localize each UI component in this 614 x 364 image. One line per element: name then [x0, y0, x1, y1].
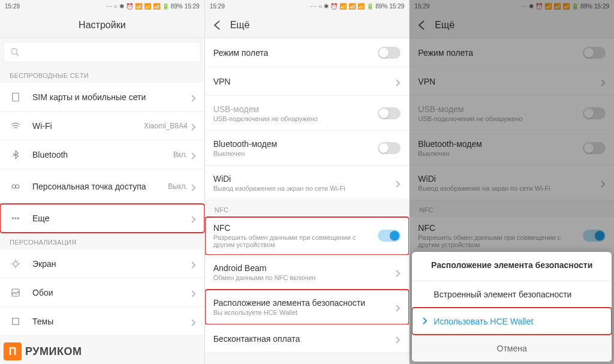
search-icon: [10, 47, 20, 57]
chevron-right-icon: [191, 151, 196, 158]
row-label: Экран: [32, 259, 191, 269]
sim-icon: [8, 92, 23, 103]
svg-point-8: [13, 261, 18, 266]
svg-point-0: [11, 49, 17, 54]
row-themes[interactable]: Темы: [0, 307, 204, 336]
status-icons: ⋯○✱⏰📶📶📶 🔋89%15:29: [106, 3, 200, 10]
hotspot-icon: [8, 181, 23, 192]
page-title: Настройки: [79, 20, 125, 31]
option-label: Встроенный элемент безопасности: [434, 290, 571, 299]
toggle[interactable]: [378, 230, 401, 242]
pane-more-dialog: 15:29 ⋯✱⏰📶📶📶 🔋89%15:29 Ещё Режим полета …: [410, 0, 614, 364]
chevron-right-icon: [396, 303, 401, 311]
search-input[interactable]: [4, 42, 201, 62]
wallpaper-icon: [8, 287, 23, 298]
row-label: WiDi: [213, 174, 396, 183]
status-time: 15:29: [5, 3, 20, 10]
page-title: Ещё: [230, 20, 250, 31]
wifi-icon: [8, 121, 23, 131]
status-bar: 15:29 ⋯○✱⏰📶📶📶 🔋89%15:29: [205, 0, 410, 12]
back-button[interactable]: [212, 20, 223, 31]
row-wifi[interactable]: Wi-Fi Xiaomi_B8A4: [0, 112, 204, 140]
toggle: [378, 107, 401, 119]
row-label: Режим полета: [213, 48, 378, 58]
bottom-sheet: Расположение элемента безопасности Встро…: [412, 252, 612, 362]
row-sub: USB-подключения не обнаружено: [213, 115, 378, 122]
row-vpn[interactable]: VPN: [205, 67, 410, 96]
chevron-right-icon: [191, 289, 196, 296]
cancel-button[interactable]: Отмена: [412, 335, 612, 362]
row-wallpaper[interactable]: Обои: [0, 278, 204, 307]
logo-text: РУМИКОМ: [25, 345, 82, 358]
row-display[interactable]: Экран: [0, 249, 204, 278]
header: Ещё: [205, 12, 410, 38]
option-embedded[interactable]: Встроенный элемент безопасности: [412, 281, 612, 308]
option-hce-wallet[interactable]: Использовать HCE Wallet: [412, 308, 612, 335]
row-label: Расположение элемента безопасности: [213, 298, 396, 308]
row-value: Xiaomi_B8A4: [144, 122, 188, 130]
row-widi[interactable]: WiDiВывод изображения на экран по сети W…: [205, 166, 410, 200]
row-label: USB-модем: [213, 104, 378, 114]
watermark-logo: П РУМИКОМ: [4, 342, 82, 360]
row-contactless[interactable]: Бесконтактная оплата: [205, 324, 410, 353]
chevron-right-icon: [191, 94, 196, 101]
chevron-right-icon: [423, 317, 429, 326]
display-icon: [8, 258, 23, 269]
chevron-right-icon: [191, 318, 196, 325]
svg-rect-2: [13, 93, 19, 101]
pane-settings: 15:29 ⋯○✱⏰📶📶📶 🔋89%15:29 Настройки БЕСПРО…: [0, 0, 205, 364]
row-airplane[interactable]: Режим полета: [205, 38, 410, 67]
option-label: Использовать HCE Wallet: [434, 317, 533, 326]
chevron-right-icon: [396, 78, 401, 85]
row-label: Обои: [32, 288, 191, 297]
row-sub: Разрешить обмен данными при совмещении с…: [213, 234, 378, 248]
chevron-right-icon: [191, 122, 196, 130]
toggle[interactable]: [378, 47, 401, 59]
toggle[interactable]: [378, 142, 401, 154]
chevron-right-icon: [191, 260, 196, 267]
row-hotspot[interactable]: Персональная точка доступа Выкл.: [0, 169, 204, 204]
row-beam[interactable]: Android BeamОбмен данными по NFC включен: [205, 255, 410, 290]
row-secure-element[interactable]: Расположение элемента безопасностиВы исп…: [205, 290, 410, 324]
row-label: SIM карты и мобильные сети: [32, 92, 191, 102]
row-label: Bluetooth: [32, 150, 173, 160]
svg-point-7: [17, 217, 19, 218]
row-label: Персональная точка доступа: [32, 182, 168, 191]
row-sub: Обмен данными по NFC включен: [213, 274, 396, 281]
row-label: Бесконтактная оплата: [213, 334, 396, 344]
row-label: Wi-Fi: [32, 121, 144, 131]
svg-point-3: [12, 185, 16, 188]
chevron-right-icon: [191, 183, 196, 190]
row-bluetooth[interactable]: Bluetooth Вкл.: [0, 140, 204, 169]
svg-point-4: [16, 185, 19, 188]
row-usb-tether: USB-модемUSB-подключения не обнаружено: [205, 96, 410, 131]
section-nfc: NFC: [205, 200, 410, 217]
chevron-right-icon: [396, 269, 401, 276]
row-label: NFC: [213, 223, 378, 233]
status-time: 15:29: [210, 3, 225, 10]
chevron-right-icon: [396, 335, 401, 342]
row-label: Bluetooth-модем: [213, 139, 378, 149]
row-value: Выкл.: [168, 182, 187, 191]
svg-line-1: [16, 53, 19, 56]
row-more[interactable]: Еще: [0, 204, 204, 233]
row-label: Темы: [32, 317, 191, 326]
bluetooth-icon: [8, 149, 23, 160]
svg-point-6: [15, 217, 16, 218]
chevron-right-icon: [191, 215, 196, 222]
row-sub: Вывод изображения на экран по сети Wi-Fi: [213, 185, 396, 192]
section-wireless: БЕСПРОВОДНЫЕ СЕТИ: [0, 66, 204, 83]
section-personal: ПЕРСОНАЛИЗАЦИЯ: [0, 233, 204, 249]
row-label: Еще: [32, 213, 191, 223]
svg-rect-9: [12, 289, 19, 296]
header: Настройки: [0, 12, 204, 38]
row-nfc[interactable]: NFCРазрешить обмен данными при совмещени…: [205, 217, 410, 255]
row-label: VPN: [213, 77, 396, 86]
row-sub: Выключен: [213, 150, 378, 157]
status-icons: ⋯○✱⏰📶📶📶 🔋89%15:29: [311, 3, 404, 10]
more-icon: [8, 213, 23, 224]
row-bt-tether[interactable]: Bluetooth-модемВыключен: [205, 131, 410, 166]
row-label: Android Beam: [213, 263, 396, 273]
row-sim[interactable]: SIM карты и мобильные сети: [0, 83, 204, 112]
svg-point-5: [12, 217, 13, 218]
